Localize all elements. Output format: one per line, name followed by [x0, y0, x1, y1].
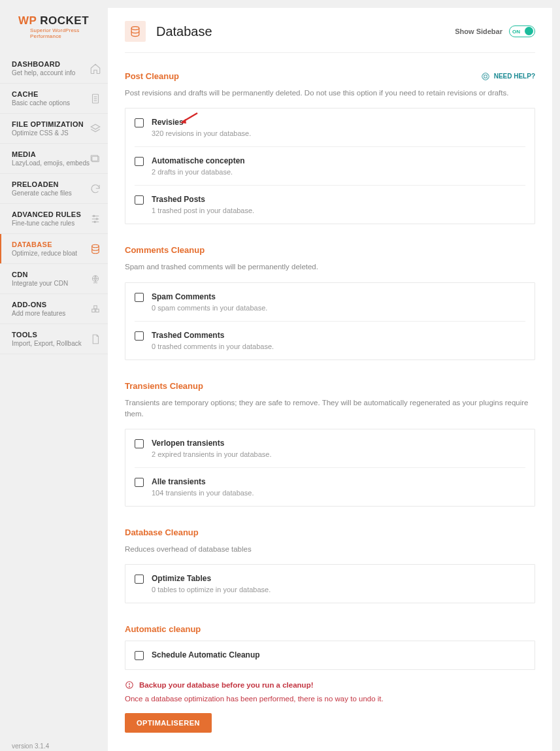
checkbox-spam-comments[interactable] [135, 293, 144, 302]
svg-point-18 [131, 27, 139, 30]
nav: DASHBOARD Get help, account info CACHE B… [0, 54, 108, 354]
nav-desc: Optimize, reduce bloat [12, 250, 77, 257]
transients-cleanup-box: Verlopen transients 2 expired transients… [125, 429, 535, 507]
nav-preloaden[interactable]: PRELOADEN Generate cache files [0, 174, 108, 204]
nav-title: CACHE [12, 90, 70, 98]
section-desc: Post revisions and drafts will be perman… [125, 88, 535, 99]
help-icon [481, 72, 490, 81]
warning-icon [125, 680, 134, 690]
checkbox-auto-concepten[interactable] [135, 157, 144, 166]
nav-advanced-rules[interactable]: ADVANCED RULES Fine-tune cache rules [0, 204, 108, 234]
nav-desc: Get help, account info [12, 69, 75, 76]
row-desc: 2 expired transients in your database. [152, 450, 271, 458]
logo-rocket: ROCKET [37, 14, 89, 27]
svg-line-21 [483, 74, 484, 75]
row-title: Automatische concepten [152, 156, 245, 165]
page-header: Database Show Sidebar ON [125, 21, 535, 53]
checkbox-revisies[interactable] [135, 118, 144, 127]
svg-line-23 [483, 77, 484, 78]
row-optimize-tables: Optimize Tables 0 tables to optimize in … [135, 565, 525, 603]
home-icon [90, 63, 101, 75]
section-desc: Reduces overhead of database tables [125, 544, 535, 555]
row-title: Schedule Automatic Cleanup [152, 650, 260, 659]
row-title: Trashed Posts [152, 195, 254, 204]
puzzle-icon [90, 303, 101, 315]
row-title: Verlopen transients [152, 439, 271, 448]
nav-tools[interactable]: TOOLS Import, Export, Rollback [0, 324, 108, 354]
row-title: Revisies [152, 118, 251, 127]
optimize-button[interactable]: OPTIMALISEREN [125, 713, 212, 733]
checkbox-expired-transients[interactable] [135, 439, 144, 448]
file-icon [90, 333, 101, 345]
document-icon [90, 93, 101, 105]
checkbox-optimize-tables[interactable] [135, 575, 144, 584]
need-help-label: NEED HELP? [494, 73, 535, 80]
row-desc: 320 revisions in your database. [152, 129, 251, 137]
nav-database[interactable]: DATABASE Optimize, reduce bloat [0, 234, 108, 264]
checkbox-schedule-cleanup[interactable] [135, 651, 144, 660]
nav-cdn[interactable]: CDN Integrate your CDN [0, 264, 108, 294]
refresh-icon [90, 183, 101, 195]
nav-desc: Generate cache files [12, 190, 72, 197]
nav-dashboard[interactable]: DASHBOARD Get help, account info [0, 54, 108, 84]
sidebar: WP ROCKET Superior WordPress Performance… [0, 0, 108, 751]
row-auto-concepten: Automatische concepten 2 drafts in your … [135, 147, 525, 186]
warning-subtext: Once a database optimization has been pe… [125, 695, 535, 703]
section-title: Post Cleanup [125, 71, 179, 81]
section-title: Comments Cleanup [125, 245, 205, 255]
need-help-link[interactable]: NEED HELP? [481, 72, 535, 81]
toggle-knob [525, 27, 533, 35]
row-trashed-posts: Trashed Posts 1 trashed post in your dat… [135, 186, 525, 224]
show-sidebar-toggle[interactable]: ON [509, 25, 535, 37]
row-desc: 1 trashed post in your database. [152, 207, 254, 214]
checkbox-all-transients[interactable] [135, 478, 144, 487]
svg-point-13 [92, 244, 99, 248]
section-title: Automatic cleanup [125, 624, 201, 634]
checkbox-trashed-posts[interactable] [135, 195, 144, 205]
globe-icon [90, 273, 101, 285]
nav-title: TOOLS [12, 331, 82, 339]
section-title: Transients Cleanup [125, 381, 203, 391]
section-title: Database Cleanup [125, 527, 199, 537]
database-icon [90, 243, 101, 255]
section-desc: Transients are temporary options; they a… [125, 397, 535, 420]
nav-title: ADVANCED RULES [12, 210, 81, 218]
nav-title: ADD-ONS [12, 301, 65, 309]
toggle-label: ON [512, 29, 520, 35]
row-desc: 0 spam comments in your database. [152, 304, 267, 312]
images-icon [90, 153, 101, 165]
nav-title: PRELOADEN [12, 180, 72, 188]
nav-media[interactable]: MEDIA LazyLoad, emojis, embeds [0, 144, 108, 174]
logo: WP ROCKET Superior WordPress Performance [0, 0, 108, 54]
section-post-cleanup: Post Cleanup NEED HELP? Post revisions a… [125, 71, 535, 224]
row-title: Spam Comments [152, 292, 267, 301]
warning-banner: Backup your database before you run a cl… [125, 680, 535, 690]
svg-line-22 [486, 74, 487, 75]
version-label: version 3.1.4 [0, 732, 108, 751]
logo-wp: WP [18, 14, 37, 27]
row-title: Optimize Tables [152, 574, 271, 583]
svg-point-20 [484, 75, 487, 78]
row-schedule-cleanup: Schedule Automatic Cleanup [135, 641, 525, 669]
svg-rect-16 [96, 309, 99, 312]
nav-title: FILE OPTIMIZATION [12, 120, 84, 128]
row-expired-transients: Verlopen transients 2 expired transients… [135, 429, 525, 468]
row-desc: 0 trashed comments in your database. [152, 342, 274, 350]
automatic-cleanup-box: Schedule Automatic Cleanup [125, 641, 535, 670]
row-title: Trashed Comments [152, 331, 274, 340]
checkbox-trashed-comments[interactable] [135, 331, 144, 341]
row-trashed-comments: Trashed Comments 0 trashed comments in y… [135, 322, 525, 359]
row-desc: 2 drafts in your database. [152, 168, 245, 176]
svg-line-24 [486, 77, 487, 78]
row-title: Alle transients [152, 477, 254, 486]
nav-cache[interactable]: CACHE Basic cache options [0, 84, 108, 114]
main-panel: Database Show Sidebar ON Post Cleanup NE… [108, 8, 552, 751]
nav-addons[interactable]: ADD-ONS Add more features [0, 294, 108, 324]
nav-desc: Integrate your CDN [12, 280, 68, 287]
svg-point-28 [129, 686, 130, 687]
nav-file-optimization[interactable]: FILE OPTIMIZATION Optimize CSS & JS [0, 114, 108, 144]
nav-desc: Optimize CSS & JS [12, 129, 84, 137]
nav-title: DATABASE [12, 241, 77, 248]
nav-desc: Import, Export, Rollback [12, 340, 82, 347]
show-sidebar-label: Show Sidebar [455, 27, 502, 35]
